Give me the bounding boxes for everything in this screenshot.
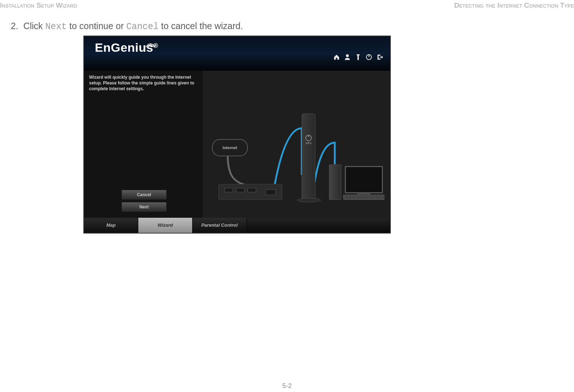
tab-map[interactable]: Map [84,218,138,233]
svg-point-0 [346,54,349,57]
code-cancel: Cancel [126,22,158,32]
code-next: Next [45,22,67,32]
modem-device [218,184,282,200]
cancel-button[interactable]: Cancel [121,190,167,200]
wizard-buttons: Cancel Next [121,190,167,214]
app-body: Wizard will quickly guide you through th… [84,71,390,218]
tab-parental-control[interactable]: Parental Control [193,218,247,233]
keyboard [343,195,384,200]
wps-dot-icon [308,135,309,137]
wizard-description: Wizard will quickly guide you through th… [89,74,198,92]
page-header-right: Detecting the Internet Connection Type [454,1,574,9]
instruction-text-pre: Click [23,21,45,31]
instruction-text-mid: to continue or [67,21,126,31]
modem-port [265,189,276,195]
instruction-text-post: to cancel the wizard. [158,21,243,31]
monitor [345,166,383,193]
nav-spacer [247,218,390,233]
pc-tower [329,165,341,200]
logo-registered: ® [153,42,158,49]
page-number: 5-2 [0,382,574,390]
router-admin-screenshot: EnGenius® [83,36,391,234]
wps-label: WPS [302,142,315,144]
modem-port [224,188,233,192]
internet-cloud: Internet [212,139,248,156]
modem-port [236,188,245,192]
toolbar [333,54,384,61]
home-icon[interactable] [333,54,341,61]
app-topbar: EnGenius® [84,36,390,71]
brand-logo: EnGenius® [95,41,158,55]
wizard-left-panel: Wizard will quickly guide you through th… [84,71,203,218]
modem-port [247,188,256,192]
instruction-step: 2. Click Next to continue or Cancel to c… [11,21,243,32]
wizard-diagram-panel: Internet WPS [203,71,390,218]
step-number: 2. [11,21,21,31]
power-icon[interactable] [365,54,373,61]
logout-icon[interactable] [376,54,384,61]
bottom-nav: Map Wizard Parental Control [84,218,390,233]
network-diagram: Internet WPS [210,82,383,207]
next-button[interactable]: Next [121,202,167,212]
tool-icon[interactable] [354,54,362,61]
user-icon[interactable] [343,54,351,61]
tab-wizard[interactable]: Wizard [138,218,193,233]
router-base [297,198,321,202]
page-header-left: Installation Setup Wizard [0,1,77,9]
router-device: WPS [302,114,315,200]
logo-text: EnGenius [95,41,153,54]
